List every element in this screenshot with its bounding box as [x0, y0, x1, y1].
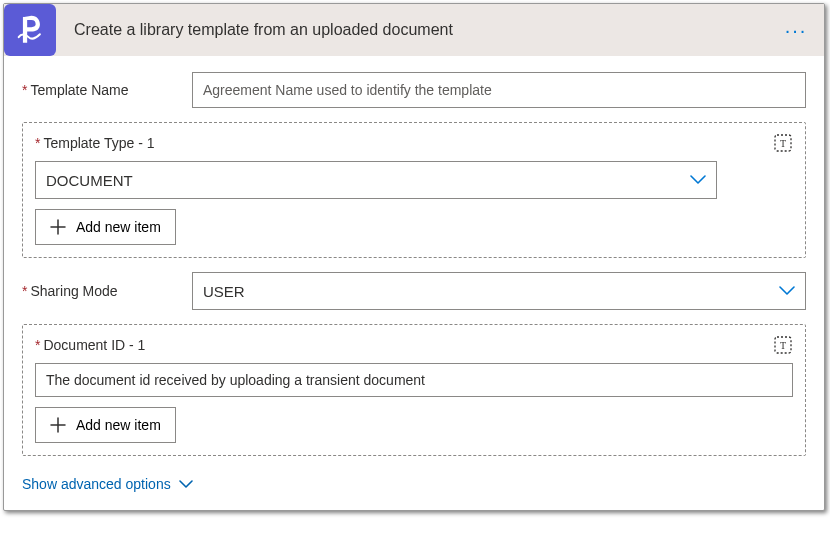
sharing-mode-select[interactable]: USER — [192, 272, 806, 310]
action-card: Create a library template from an upload… — [3, 3, 825, 511]
card-header: Create a library template from an upload… — [4, 4, 824, 56]
card-title: Create a library template from an upload… — [56, 21, 780, 39]
add-template-type-button[interactable]: Add new item — [35, 209, 176, 245]
show-advanced-options-link[interactable]: Show advanced options — [22, 470, 193, 496]
document-id-group: Document ID - 1 T The document id receiv… — [22, 324, 806, 456]
chevron-down-icon — [779, 286, 795, 296]
adobe-sign-icon — [4, 4, 56, 56]
chevron-down-icon — [179, 480, 193, 489]
template-type-value: DOCUMENT — [46, 172, 133, 189]
array-toggle-icon[interactable]: T — [773, 133, 793, 153]
svg-text:T: T — [780, 138, 786, 149]
template-name-label: Template Name — [22, 82, 192, 98]
sharing-mode-row: Sharing Mode USER — [22, 272, 806, 310]
template-name-input[interactable] — [192, 72, 806, 108]
more-menu-button[interactable]: ··· — [780, 19, 812, 42]
document-id-value: The document id received by uploading a … — [46, 372, 425, 388]
template-type-select[interactable]: DOCUMENT — [35, 161, 717, 199]
template-type-group: Template Type - 1 T DOCUMENT Add — [22, 122, 806, 258]
card-body: Template Name Template Type - 1 T DOCUME… — [4, 56, 824, 510]
add-template-type-label: Add new item — [76, 219, 161, 235]
plus-icon — [50, 219, 66, 235]
sharing-mode-value: USER — [203, 283, 245, 300]
array-toggle-icon[interactable]: T — [773, 335, 793, 355]
advanced-label: Show advanced options — [22, 476, 171, 492]
plus-icon — [50, 417, 66, 433]
add-document-id-label: Add new item — [76, 417, 161, 433]
chevron-down-icon — [690, 175, 706, 185]
template-type-label: Template Type - 1 — [35, 135, 154, 151]
sharing-mode-label: Sharing Mode — [22, 283, 192, 299]
template-name-row: Template Name — [22, 72, 806, 108]
svg-text:T: T — [780, 340, 786, 351]
document-id-label: Document ID - 1 — [35, 337, 145, 353]
add-document-id-button[interactable]: Add new item — [35, 407, 176, 443]
document-id-input[interactable]: The document id received by uploading a … — [35, 363, 793, 397]
